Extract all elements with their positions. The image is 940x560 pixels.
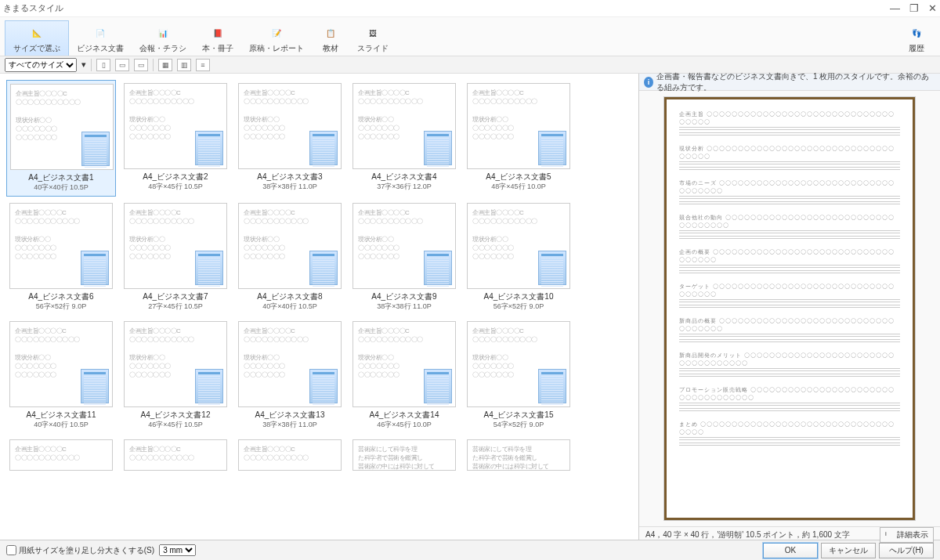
bottom-bar: 用紙サイズを塗り足し分大きくする(S) 3 mm OK キャンセル ヘルプ(H) bbox=[0, 540, 940, 560]
history-button[interactable]: 👣 履歴 bbox=[898, 21, 935, 56]
style-card[interactable]: 芸術家にして科学を理た科学者で芸術を鑑賞し芸術家の中には科学に対して bbox=[349, 436, 459, 474]
style-thumbnail: 企画主旨〇〇〇〇C〇〇〇〇〇〇〇〇〇〇〇現状分析〇〇〇〇〇〇〇〇〇〇〇〇〇〇〇〇 bbox=[238, 203, 342, 289]
doc-style-icon bbox=[424, 369, 452, 403]
footprints-icon: 👣 bbox=[906, 23, 927, 43]
preview-section-heading: 競合他社の動向 〇〇〇〇〇〇〇〇〇〇〇〇〇〇〇〇〇〇〇〇〇〇〇〇〇〇〇〇〇〇〇〇… bbox=[679, 214, 900, 229]
card-spec: 48字×45行 10.5P bbox=[124, 182, 227, 192]
style-card[interactable]: 企画主旨〇〇〇〇C〇〇〇〇〇〇〇〇〇〇〇現状分析〇〇〇〇〇〇〇〇〇〇〇〇〇〇〇〇… bbox=[349, 80, 459, 197]
style-card[interactable]: 企画主旨〇〇〇〇C〇〇〇〇〇〇〇〇〇〇〇現状分析〇〇〇〇〇〇〇〇〇〇〇〇〇〇〇〇… bbox=[6, 80, 116, 197]
style-card[interactable]: 企画主旨〇〇〇〇C〇〇〇〇〇〇〇〇〇〇〇現状分析〇〇〇〇〇〇〇〇〇〇〇〇〇〇〇〇… bbox=[235, 318, 345, 433]
style-card[interactable]: 企画主旨〇〇〇〇C〇〇〇〇〇〇〇〇〇〇〇現状分析〇〇〇〇〇〇〇〇〇〇〇〇〇〇〇〇… bbox=[235, 80, 345, 197]
style-thumbnail: 企画主旨〇〇〇〇C〇〇〇〇〇〇〇〇〇〇〇現状分析〇〇〇〇〇〇〇〇〇〇〇〇〇〇〇〇 bbox=[467, 203, 570, 289]
card-name: A4_ビジネス文書2 bbox=[124, 172, 227, 182]
card-name: A4_ビジネス文書7 bbox=[124, 291, 227, 302]
window-title: きまるスタイル bbox=[3, 2, 63, 14]
ribbon-tab-4[interactable]: 📝原稿・レポート bbox=[241, 21, 312, 56]
doc-style-icon bbox=[538, 369, 566, 403]
preview-section-heading: 現状分析 〇〇〇〇〇〇〇〇〇〇〇〇〇〇〇〇〇〇〇〇〇〇〇〇〇〇〇〇〇〇〇〇〇〇〇 bbox=[679, 145, 900, 161]
view-list-button[interactable]: ≡ bbox=[196, 59, 210, 71]
card-name: A4_ビジネス文書8 bbox=[238, 291, 342, 302]
card-spec: 37字×36行 12.0P bbox=[352, 182, 456, 192]
style-card[interactable]: 企画主旨〇〇〇〇C〇〇〇〇〇〇〇〇〇〇〇現状分析〇〇〇〇〇〇〇〇〇〇〇〇〇〇〇〇… bbox=[235, 200, 345, 315]
card-spec: 46字×45行 10.5P bbox=[124, 420, 227, 430]
style-card[interactable]: 企画主旨〇〇〇〇C〇〇〇〇〇〇〇〇〇〇〇 bbox=[121, 436, 230, 474]
style-card[interactable]: 企画主旨〇〇〇〇C〇〇〇〇〇〇〇〇〇〇〇現状分析〇〇〇〇〇〇〇〇〇〇〇〇〇〇〇〇… bbox=[464, 80, 573, 197]
minimize-button[interactable]: — bbox=[890, 2, 900, 14]
titlebar: きまるスタイル — ❐ ✕ bbox=[0, 0, 940, 17]
doc-style-icon bbox=[81, 369, 109, 403]
card-spec: 38字×38行 11.0P bbox=[238, 420, 342, 430]
style-thumbnail: 企画主旨〇〇〇〇C〇〇〇〇〇〇〇〇〇〇〇現状分析〇〇〇〇〇〇〇〇〇〇〇〇〇〇〇〇 bbox=[352, 83, 456, 169]
ribbon-tab-5[interactable]: 📋教材 bbox=[312, 21, 349, 56]
preview-section-heading: ターゲット 〇〇〇〇〇〇〇〇〇〇〇〇〇〇〇〇〇〇〇〇〇〇〇〇〇〇〇〇〇〇〇〇〇〇… bbox=[679, 283, 900, 298]
card-name: A4_ビジネス文書12 bbox=[124, 410, 227, 420]
preview-section-heading: 新商品開発のメリット 〇〇〇〇〇〇〇〇〇〇〇〇〇〇〇〇〇〇〇〇〇〇〇〇〇〇〇〇〇… bbox=[679, 352, 900, 367]
view-folder-button[interactable]: ▭ bbox=[134, 59, 148, 71]
size-filter-dropdown[interactable]: すべてのサイズ bbox=[5, 58, 77, 72]
ribbon-tab-6[interactable]: 🖼スライド bbox=[349, 21, 396, 56]
close-button[interactable]: ✕ bbox=[928, 2, 937, 14]
style-card[interactable]: 芸術家にして科学を理た科学者で芸術を鑑賞し芸術家の中には科学に対して bbox=[464, 436, 573, 474]
style-thumbnail: 企画主旨〇〇〇〇C〇〇〇〇〇〇〇〇〇〇〇現状分析〇〇〇〇〇〇〇〇〇〇〇〇〇〇〇〇 bbox=[238, 83, 342, 169]
bleed-checkbox[interactable] bbox=[6, 545, 16, 555]
bleed-checkbox-label[interactable]: 用紙サイズを塗り足し分大きくする(S) bbox=[6, 545, 154, 556]
style-thumbnail: 企画主旨〇〇〇〇C〇〇〇〇〇〇〇〇〇〇〇 bbox=[9, 439, 113, 471]
style-card[interactable]: 企画主旨〇〇〇〇C〇〇〇〇〇〇〇〇〇〇〇現状分析〇〇〇〇〇〇〇〇〇〇〇〇〇〇〇〇… bbox=[6, 318, 116, 433]
style-card[interactable]: 企画主旨〇〇〇〇C〇〇〇〇〇〇〇〇〇〇〇現状分析〇〇〇〇〇〇〇〇〇〇〇〇〇〇〇〇… bbox=[121, 80, 230, 197]
doc-style-icon bbox=[195, 369, 223, 403]
view-grid-button[interactable]: ▥ bbox=[177, 59, 191, 71]
style-thumbnail: 企画主旨〇〇〇〇C〇〇〇〇〇〇〇〇〇〇〇現状分析〇〇〇〇〇〇〇〇〇〇〇〇〇〇〇〇 bbox=[124, 321, 227, 407]
card-name: A4_ビジネス文書10 bbox=[467, 291, 570, 302]
doc-style-icon bbox=[309, 369, 338, 403]
style-thumbnail: 企画主旨〇〇〇〇C〇〇〇〇〇〇〇〇〇〇〇現状分析〇〇〇〇〇〇〇〇〇〇〇〇〇〇〇〇 bbox=[10, 84, 114, 170]
bleed-mm-dropdown[interactable]: 3 mm bbox=[159, 544, 196, 556]
card-spec: 40字×40行 10.5P bbox=[10, 182, 112, 193]
preview-info-bar: i 企画書・報告書などのビジネス文書向きで、1 枚用のスタイルです。余裕のある組… bbox=[639, 74, 940, 91]
ok-button[interactable]: OK bbox=[763, 543, 818, 558]
ribbon-tab-3[interactable]: 📕本・冊子 bbox=[194, 21, 241, 56]
preview-body: 企画主旨 〇〇〇〇〇〇〇〇〇〇〇〇〇〇〇〇〇〇〇〇〇〇〇〇〇〇〇〇〇〇〇〇〇〇〇… bbox=[639, 91, 940, 526]
cancel-button[interactable]: キャンセル bbox=[821, 543, 876, 558]
card-spec: 40字×40行 10.5P bbox=[9, 420, 113, 430]
card-spec: 27字×45行 10.5P bbox=[124, 302, 227, 312]
card-spec: 56字×52行 9.0P bbox=[467, 302, 570, 312]
view-landscape-button[interactable]: ▭ bbox=[115, 59, 129, 71]
style-card[interactable]: 企画主旨〇〇〇〇C〇〇〇〇〇〇〇〇〇〇〇現状分析〇〇〇〇〇〇〇〇〇〇〇〇〇〇〇〇… bbox=[464, 318, 573, 433]
ribbon-icon: 🖼 bbox=[362, 23, 384, 43]
help-button[interactable]: ヘルプ(H) bbox=[879, 543, 934, 558]
style-card[interactable]: 企画主旨〇〇〇〇C〇〇〇〇〇〇〇〇〇〇〇現状分析〇〇〇〇〇〇〇〇〇〇〇〇〇〇〇〇… bbox=[6, 200, 116, 315]
card-spec: 54字×52行 9.0P bbox=[467, 420, 570, 430]
style-card[interactable]: 企画主旨〇〇〇〇C〇〇〇〇〇〇〇〇〇〇〇現状分析〇〇〇〇〇〇〇〇〇〇〇〇〇〇〇〇… bbox=[121, 200, 230, 315]
ribbon-tab-2[interactable]: 📊会報・チラシ bbox=[132, 21, 194, 56]
detail-view-button[interactable]: i 詳細表示 bbox=[880, 527, 934, 543]
view-portrait-button[interactable]: ▯ bbox=[96, 59, 110, 71]
preview-footer: A4，40 字 × 40 行，'游明朝' 10.5 ポイント，約 1,600 文… bbox=[639, 526, 940, 543]
ribbon-icon: 📋 bbox=[320, 23, 342, 43]
preview-spec-text: A4，40 字 × 40 行，'游明朝' 10.5 ポイント，約 1,600 文… bbox=[645, 529, 850, 540]
style-card[interactable]: 企画主旨〇〇〇〇C〇〇〇〇〇〇〇〇〇〇〇現状分析〇〇〇〇〇〇〇〇〇〇〇〇〇〇〇〇… bbox=[349, 318, 459, 433]
ribbon-tab-0[interactable]: 📐サイズで選ぶ bbox=[5, 20, 69, 56]
doc-style-icon bbox=[81, 251, 109, 285]
style-thumbnail: 企画主旨〇〇〇〇C〇〇〇〇〇〇〇〇〇〇〇現状分析〇〇〇〇〇〇〇〇〇〇〇〇〇〇〇〇 bbox=[124, 203, 227, 289]
info-icon: i bbox=[885, 530, 895, 540]
style-card[interactable]: 企画主旨〇〇〇〇C〇〇〇〇〇〇〇〇〇〇〇 bbox=[235, 436, 345, 474]
ribbon-tab-1[interactable]: 📄ビジネス文書 bbox=[69, 21, 132, 56]
style-thumbnail: 企画主旨〇〇〇〇C〇〇〇〇〇〇〇〇〇〇〇現状分析〇〇〇〇〇〇〇〇〇〇〇〇〇〇〇〇 bbox=[238, 321, 342, 407]
doc-style-icon bbox=[424, 131, 452, 165]
preview-section-heading: 企画主旨 〇〇〇〇〇〇〇〇〇〇〇〇〇〇〇〇〇〇〇〇〇〇〇〇〇〇〇〇〇〇〇〇〇〇〇 bbox=[679, 110, 900, 126]
card-name: A4_ビジネス文書15 bbox=[467, 410, 570, 420]
maximize-button[interactable]: ❐ bbox=[909, 2, 919, 14]
style-gallery[interactable]: 企画主旨〇〇〇〇C〇〇〇〇〇〇〇〇〇〇〇現状分析〇〇〇〇〇〇〇〇〇〇〇〇〇〇〇〇… bbox=[0, 74, 638, 540]
card-name: A4_ビジネス文書3 bbox=[238, 172, 342, 182]
card-name: A4_ビジネス文書9 bbox=[352, 291, 456, 302]
style-card[interactable]: 企画主旨〇〇〇〇C〇〇〇〇〇〇〇〇〇〇〇現状分析〇〇〇〇〇〇〇〇〇〇〇〇〇〇〇〇… bbox=[121, 318, 230, 433]
view-thumbs-button[interactable]: ▦ bbox=[158, 59, 172, 71]
style-card[interactable]: 企画主旨〇〇〇〇C〇〇〇〇〇〇〇〇〇〇〇現状分析〇〇〇〇〇〇〇〇〇〇〇〇〇〇〇〇… bbox=[349, 200, 459, 315]
doc-style-icon bbox=[81, 132, 110, 166]
style-thumbnail: 企画主旨〇〇〇〇C〇〇〇〇〇〇〇〇〇〇〇 bbox=[124, 439, 227, 471]
style-thumbnail: 芸術家にして科学を理た科学者で芸術を鑑賞し芸術家の中には科学に対して bbox=[467, 439, 570, 471]
style-card[interactable]: 企画主旨〇〇〇〇C〇〇〇〇〇〇〇〇〇〇〇現状分析〇〇〇〇〇〇〇〇〇〇〇〇〇〇〇〇… bbox=[464, 200, 573, 315]
style-card[interactable]: 企画主旨〇〇〇〇C〇〇〇〇〇〇〇〇〇〇〇 bbox=[6, 436, 116, 474]
style-thumbnail: 企画主旨〇〇〇〇C〇〇〇〇〇〇〇〇〇〇〇現状分析〇〇〇〇〇〇〇〇〇〇〇〇〇〇〇〇 bbox=[9, 203, 113, 289]
preview-section-heading: 市場のニーズ 〇〇〇〇〇〇〇〇〇〇〇〇〇〇〇〇〇〇〇〇〇〇〇〇〇〇〇〇〇〇〇〇〇… bbox=[679, 179, 900, 195]
